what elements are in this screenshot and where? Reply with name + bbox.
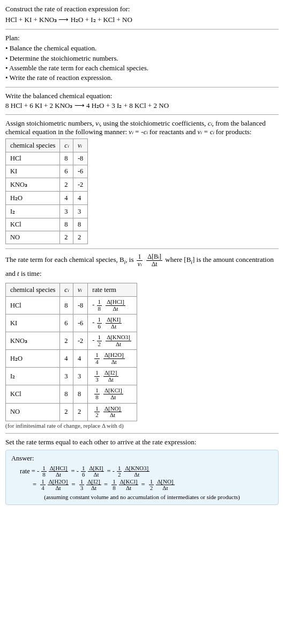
stoich-intro: Assign stoichiometric numbers, νᵢ, using… — [5, 119, 279, 136]
col-v: νᵢ — [73, 283, 87, 297]
table-row: NO22 — [6, 231, 88, 244]
den: Δt — [103, 394, 123, 401]
plan-item: Balance the chemical equation. — [5, 43, 279, 53]
col-rate: rate term — [88, 283, 137, 297]
rate-line-1: rate = -18Δ[HCl]Δt = -16Δ[KI]Δt = -12Δ[K… — [20, 465, 273, 478]
text: Assign stoichiometric numbers, — [5, 119, 95, 127]
text: The rate term for each chemical species,… — [5, 255, 124, 264]
final-section: Set the rate terms equal to each other t… — [5, 438, 279, 505]
plan-item: Assemble the rate term for each chemical… — [5, 63, 279, 73]
cell-c: 2 — [60, 403, 73, 421]
delta-frac: Δ[NO]Δt — [156, 479, 174, 492]
cell-species: I₂ — [6, 368, 60, 385]
cell-v: 2 — [73, 231, 87, 244]
sign: - — [37, 467, 39, 475]
text: , using the stoichiometric coefficients, — [100, 119, 208, 127]
cell-species: HCl — [6, 297, 60, 314]
sign: - — [77, 467, 79, 475]
stoich-table: chemical species cᵢ νᵢ HCl8-8 KI6-6 KNO₃… — [5, 138, 88, 244]
rate-expression: rate = -18Δ[HCl]Δt = -16Δ[KI]Δt = -12Δ[K… — [20, 465, 273, 492]
plan-item: Write the rate of reaction expression. — [5, 73, 279, 83]
frac-one-over-nu: 1νᵢ — [137, 253, 143, 267]
den: 8 — [41, 472, 47, 478]
den: 3 — [79, 485, 85, 492]
table-header-row: chemical species cᵢ νᵢ — [6, 139, 88, 152]
sign: - — [92, 336, 94, 344]
cell-c: 6 — [60, 314, 73, 332]
answer-box: Answer: rate = -18Δ[HCl]Δt = -16Δ[KI]Δt … — [5, 450, 279, 505]
cell-c: 8 — [60, 385, 73, 403]
cell-species: KCl — [6, 385, 60, 403]
den: Δt — [49, 472, 69, 478]
coef-frac: 18 — [97, 299, 102, 312]
coef-frac: 12 — [94, 406, 100, 419]
text: for products: — [214, 128, 251, 136]
table-row: KCl88 — [6, 218, 88, 231]
term: -16Δ[KI]Δt — [77, 467, 106, 475]
num: Δ[KNO3] — [106, 334, 131, 341]
divider — [5, 114, 279, 115]
cell-species: KI — [6, 165, 60, 178]
table-row: KNO₃2-2 — [6, 178, 88, 192]
den: 8 — [97, 306, 102, 312]
sign: - — [92, 319, 94, 326]
num: Δ[KI] — [106, 317, 122, 324]
table-row: KNO₃ 2 -2 -12 Δ[KNO3]Δt — [6, 332, 137, 350]
den: 8 — [111, 485, 117, 492]
num: 1 — [97, 334, 102, 341]
unbalanced-equation: HCl + KI + KNO₃ ⟶ H₂O + I₂ + KCl + NO — [5, 15, 279, 25]
cell-species: KCl — [6, 218, 60, 231]
den: 4 — [94, 359, 100, 365]
eq: = — [30, 467, 37, 475]
den: 2 — [94, 412, 100, 419]
delta-frac: Δ[KNO3]Δt — [124, 465, 150, 478]
cell-v: 8 — [73, 218, 87, 231]
text: , is — [125, 255, 135, 264]
term: 14Δ[H2O]Δt — [38, 481, 70, 488]
cell-c: 2 — [60, 332, 73, 350]
den: Δt — [146, 261, 162, 268]
coef-frac: 12 — [117, 465, 122, 478]
term: -18Δ[HCl]Δt — [37, 467, 69, 475]
coef-frac: 14 — [94, 352, 100, 365]
den: 2 — [117, 472, 122, 478]
cell-species: I₂ — [6, 205, 60, 218]
table-row: H₂O44 — [6, 192, 88, 205]
table-header-row: chemical species cᵢ νᵢ rate term — [6, 283, 137, 297]
cell-v: 2 — [73, 403, 87, 421]
num: Δ[H2O] — [103, 352, 125, 359]
cell-v: 3 — [73, 368, 87, 385]
rate-line-2: = 14Δ[H2O]Δt = 13Δ[I2]Δt = 18Δ[KCl]Δt = … — [33, 478, 273, 492]
num: 1 — [94, 352, 100, 359]
stoich-section: Assign stoichiometric numbers, νᵢ, using… — [5, 119, 279, 244]
delta-frac: Δ[HCl]Δt — [49, 465, 69, 478]
delta-frac: Δ[KI]Δt — [88, 465, 104, 478]
eq: = — [104, 481, 109, 488]
den: 2 — [97, 341, 102, 348]
table-row: KI 6 -6 -16 Δ[KI]Δt — [6, 314, 137, 332]
cell-species: H₂O — [6, 192, 60, 205]
den: 8 — [94, 394, 100, 401]
table-row: H₂O 4 4 14 Δ[H2O]Δt — [6, 350, 137, 368]
plan-section: Plan: Balance the chemical equation. Det… — [5, 34, 279, 83]
cell-c: 2 — [60, 231, 73, 244]
final-title: Set the rate terms equal to each other t… — [5, 438, 279, 447]
delta-frac: Δ[HCl]Δt — [106, 299, 125, 312]
den: Δt — [124, 472, 150, 478]
table-row: KI6-6 — [6, 165, 88, 178]
den: Δt — [106, 324, 122, 330]
cell-species: KI — [6, 314, 60, 332]
cell-rate: -12 Δ[KNO3]Δt — [88, 332, 137, 350]
col-species: chemical species — [6, 139, 60, 152]
coef-frac: 13 — [79, 479, 85, 492]
cell-rate: 14 Δ[H2O]Δt — [88, 350, 137, 368]
balanced-equation: 8 HCl + 6 KI + 2 KNO₃ ⟶ 4 H₂O + 3 I₂ + 8… — [5, 101, 279, 110]
col-species: chemical species — [6, 283, 60, 297]
coef-frac: 12 — [149, 479, 154, 492]
term: 12Δ[NO]Δt — [147, 481, 176, 488]
prompt-section: Construct the rate of reaction expressio… — [5, 4, 279, 25]
table-row: NO 2 2 12 Δ[NO]Δt — [6, 403, 137, 421]
den: Δt — [106, 306, 125, 312]
delta-frac: Δ[KCl]Δt — [103, 387, 123, 400]
col-c: cᵢ — [60, 139, 73, 152]
